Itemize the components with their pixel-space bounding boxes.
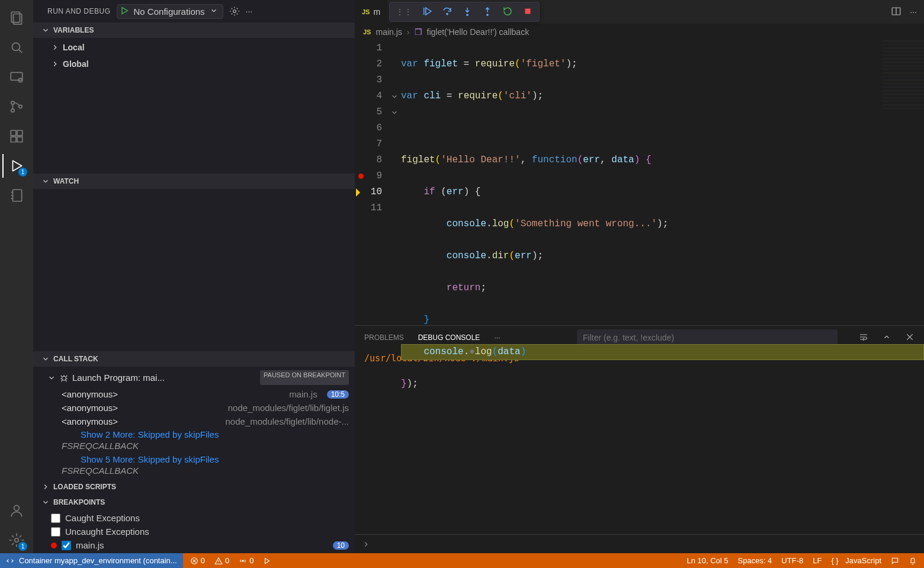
breakpoint-uncaught-exceptions[interactable]: Uncaught Exceptions — [33, 525, 355, 538]
feedback-icon[interactable] — [891, 557, 899, 565]
chevron-down-icon — [41, 498, 50, 506]
svg-point-13 — [14, 505, 20, 511]
breakpoint-dot-icon — [51, 543, 57, 548]
sidebar: RUN AND DEBUG No Configurations ··· VARI… — [33, 0, 355, 553]
chevron-down-icon[interactable] — [210, 7, 218, 17]
split-editor-icon[interactable] — [891, 6, 901, 18]
gear-icon[interactable] — [229, 6, 240, 17]
stack-frame[interactable]: <anonymous>node_modules/figlet/lib/figle… — [33, 401, 355, 415]
status-indent[interactable]: Spaces: 4 — [738, 556, 772, 565]
fold-icon[interactable] — [390, 108, 399, 117]
status-encoding[interactable]: UTF-8 — [781, 556, 803, 565]
run-debug-icon[interactable]: 1 — [2, 153, 31, 179]
debug-console-input[interactable] — [355, 534, 924, 553]
breadcrumb-file[interactable]: main.js — [376, 27, 402, 37]
debug-alt-icon — [263, 557, 271, 565]
section-watch-label: WATCH — [53, 177, 79, 185]
editor-group: JS m ⋮⋮ ··· JS main.js › ❒ figlet(' — [355, 0, 924, 553]
tab-main-js[interactable]: JS m — [355, 0, 388, 24]
async-origin: FSREQCALLBACK — [33, 441, 355, 453]
checkbox[interactable] — [62, 541, 71, 550]
more-icon[interactable]: ··· — [246, 7, 253, 16]
fold-gutter[interactable] — [388, 40, 401, 325]
stack-frame[interactable]: <anonymous>node_modules/figlet/lib/node-… — [33, 415, 355, 428]
step-over-icon[interactable] — [442, 6, 453, 18]
code-editor[interactable]: 1 2 3 4 5 6 7 8 9 10 11 var figlet = req… — [355, 40, 924, 325]
section-breakpoints-label: BREAKPOINTS — [53, 498, 105, 506]
stack-frame[interactable]: <anonymous>main.js10:5 — [33, 387, 355, 401]
status-language[interactable]: { } JavaScript — [831, 556, 881, 565]
section-variables-header[interactable]: VARIABLES — [33, 23, 355, 38]
scm-icon[interactable] — [2, 94, 31, 120]
svg-rect-10 — [11, 137, 16, 142]
settings-gear-icon[interactable]: 1 — [2, 527, 31, 553]
breadcrumb-symbol[interactable]: figlet('Hello Dear!!') callback — [427, 27, 530, 37]
remote-indicator[interactable]: Container myapp_dev_environment (contain… — [0, 553, 183, 568]
status-debug-launch[interactable] — [263, 557, 271, 565]
status-warnings[interactable]: 0 — [214, 556, 229, 565]
section-breakpoints-header[interactable]: BREAKPOINTS — [33, 495, 355, 510]
chevron-down-icon — [41, 355, 50, 363]
sidebar-title: RUN AND DEBUG — [47, 7, 111, 15]
error-icon — [190, 557, 198, 565]
checkbox[interactable] — [51, 527, 60, 537]
remote-icon — [6, 557, 14, 565]
step-out-icon[interactable] — [482, 6, 493, 18]
chevron-right-icon — [51, 43, 59, 52]
scope-local[interactable]: Local — [33, 39, 355, 56]
debug-config-selector[interactable]: No Configurations — [117, 4, 223, 19]
drag-handle-icon[interactable]: ⋮⋮ — [396, 7, 412, 17]
start-debug-icon[interactable] — [120, 6, 129, 17]
remote-explorer-icon[interactable] — [2, 64, 31, 90]
svg-rect-11 — [17, 137, 23, 142]
continue-icon[interactable] — [422, 6, 432, 18]
activity-bar: 1 1 — [0, 0, 33, 553]
chevron-down-icon — [47, 374, 56, 382]
status-ports[interactable]: 0 — [239, 556, 254, 565]
svg-point-23 — [242, 560, 243, 561]
section-watch-header[interactable]: WATCH — [33, 174, 355, 189]
code-content[interactable]: var figlet = require('figlet'); var cli … — [401, 40, 924, 325]
chevron-right-icon — [51, 60, 59, 68]
svg-rect-3 — [11, 72, 23, 80]
callstack-thread[interactable]: Launch Program: mai... PAUSED ON BREAKPO… — [33, 368, 355, 387]
line-gutter[interactable]: 1 2 3 4 5 6 7 8 9 10 11 — [355, 40, 388, 325]
breakpoint-caught-exceptions[interactable]: Caught Exceptions — [33, 511, 355, 525]
status-errors[interactable]: 0 — [190, 556, 205, 565]
thread-status: PAUSED ON BREAKPOINT — [260, 370, 349, 385]
breadcrumbs[interactable]: JS main.js › ❒ figlet('Hello Dear!!') ca… — [355, 24, 924, 40]
debug-toolbar[interactable]: ⋮⋮ — [389, 2, 540, 22]
account-icon[interactable] — [2, 498, 31, 524]
minimap[interactable] — [883, 40, 924, 111]
fold-icon[interactable] — [390, 92, 399, 101]
search-icon[interactable] — [2, 34, 31, 60]
more-icon[interactable]: ··· — [910, 7, 917, 17]
bug-icon — [59, 373, 69, 383]
svg-point-15 — [233, 10, 236, 13]
status-cursor[interactable]: Ln 10, Col 5 — [686, 556, 728, 565]
status-eol[interactable]: LF — [813, 556, 822, 565]
skip-frames-link[interactable]: Show 2 More: Skipped by skipFiles — [33, 428, 355, 441]
chevron-right-icon — [41, 483, 50, 491]
stop-icon[interactable] — [522, 6, 533, 18]
extensions-icon[interactable] — [2, 123, 31, 149]
restart-icon[interactable] — [502, 6, 513, 18]
checkbox[interactable] — [51, 514, 60, 523]
step-into-icon[interactable] — [462, 6, 473, 18]
scope-global[interactable]: Global — [33, 56, 355, 72]
debug-badge: 1 — [18, 168, 27, 177]
explorer-icon[interactable] — [2, 5, 31, 31]
bell-icon[interactable] — [909, 557, 917, 565]
config-name: No Configurations — [134, 7, 205, 17]
skip-frames-link[interactable]: Show 5 More: Skipped by skipFiles — [33, 453, 355, 466]
js-file-icon: JS — [362, 8, 370, 15]
section-loaded-scripts-header[interactable]: LOADED SCRIPTS — [33, 479, 355, 495]
svg-rect-8 — [11, 130, 16, 136]
breakpoint-file[interactable]: main.js10 — [33, 538, 355, 552]
notebook-icon[interactable] — [2, 182, 31, 208]
tab-problems[interactable]: PROBLEMS — [364, 331, 404, 344]
section-callstack-header[interactable]: CALL STACK — [33, 351, 355, 367]
status-bar: Container myapp_dev_environment (contain… — [0, 553, 924, 568]
svg-point-2 — [12, 43, 20, 50]
svg-rect-12 — [13, 190, 22, 201]
